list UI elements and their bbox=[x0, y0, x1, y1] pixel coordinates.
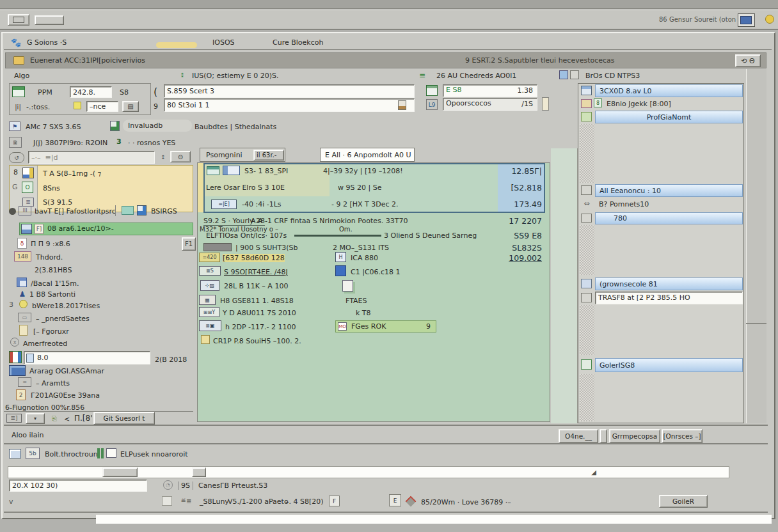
taskbar-start-button[interactable] bbox=[8, 14, 29, 26]
panel-item-4[interactable]: All Eeanoncu : 10 bbox=[595, 184, 743, 197]
security-field-1[interactable]: S.859 Scert 3 bbox=[164, 84, 415, 98]
panel-item5-icon: ⇔ bbox=[580, 198, 594, 208]
grid-button[interactable]: ▤ bbox=[122, 101, 139, 112]
nine-glyph: 9 bbox=[154, 102, 158, 111]
tree-item-11[interactable]: Ararag OGI.ASGAmar bbox=[29, 367, 104, 375]
tree-item-6[interactable]: 1 B8 Sartonti bbox=[29, 290, 75, 299]
es8-field[interactable]: E S8 1.38 bbox=[443, 84, 537, 97]
menu-item-cure[interactable]: Cure Bloekcoh bbox=[273, 38, 323, 47]
right-gutter-divider bbox=[746, 323, 766, 324]
panel-scroll-strip-4[interactable] bbox=[580, 374, 594, 421]
row13-highlight[interactable]: MO FGes ROK 9 bbox=[335, 320, 436, 332]
row8-c1[interactable]: [637 58d60D 128 bbox=[223, 254, 285, 262]
row9-c1[interactable]: S 9SO[RT4ЕЕ. /48J bbox=[224, 268, 288, 276]
table-green-icon[interactable] bbox=[12, 86, 25, 97]
h-scrollbar-notch[interactable] bbox=[192, 467, 206, 477]
tray-window-icon[interactable] bbox=[738, 13, 755, 27]
summary-line-3[interactable]: S(3 91.5 bbox=[43, 198, 72, 207]
panel-item-9[interactable]: GolerISG8 bbox=[595, 358, 743, 372]
list-icon[interactable]: ≡ bbox=[416, 70, 429, 81]
summary-box: 8 G O ≣ T A S(8–1rng -( ⁊ 8Sns S(3 91.5 bbox=[9, 165, 193, 212]
document-bar-buttons[interactable]: ⟲ Θ bbox=[735, 54, 761, 67]
sidebar-search-input[interactable] bbox=[28, 151, 155, 164]
row14-c1[interactable]: CR1P P.8 SouiH5 –100. 2. bbox=[213, 337, 301, 345]
sheet-icon[interactable] bbox=[426, 85, 438, 96]
panel-item-8-label: TRASF8 at [2 P2 385.5 HO bbox=[598, 293, 690, 302]
row8-icon: =420 bbox=[199, 253, 220, 262]
opo-field[interactable]: Opoorscocos /1S bbox=[443, 98, 537, 111]
git-suesorl-button[interactable]: Git Suesorl t bbox=[93, 412, 155, 425]
panel-item-6-label: 780 bbox=[614, 214, 627, 223]
spacer-button[interactable] bbox=[599, 429, 607, 443]
status2-a: _S8Luny bbox=[200, 497, 229, 506]
delta-icon: δ bbox=[17, 238, 27, 249]
tree-item-7[interactable]: bWere18.2017tises bbox=[32, 302, 100, 310]
tab-psomgnini[interactable]: Psomgnini bbox=[206, 151, 242, 159]
one-button[interactable]: O4ne.__ bbox=[559, 429, 598, 443]
tree-item-12[interactable]: – Aramtts bbox=[36, 379, 70, 387]
date-input[interactable] bbox=[24, 351, 150, 364]
summary-line-2[interactable]: 8Sns bbox=[43, 184, 60, 192]
h-scrollbar-arrow-icon[interactable]: ◢ bbox=[587, 467, 600, 478]
row3-c1[interactable]: -40 :4i -1Ls bbox=[242, 200, 282, 208]
h-scrollbar-thumb[interactable] bbox=[102, 467, 138, 477]
row2-c1[interactable]: Lere Osar Elro S 3 10E bbox=[206, 184, 285, 192]
row6-c1[interactable]: ELFTIOsa Ont/Ics· 107s bbox=[206, 231, 287, 240]
tree-item-13[interactable]: Г201AG0Ese 39ana bbox=[31, 391, 100, 400]
tray-notification-icon[interactable] bbox=[765, 15, 774, 24]
row10-c1[interactable]: 28L B 11K – A 100 bbox=[224, 282, 288, 290]
lg-icon[interactable]: Ⅼ9 bbox=[426, 99, 438, 110]
tree-item-10[interactable]: Amerfreoted bbox=[23, 340, 67, 348]
panel-item-2[interactable]: E8nio Jgekk [8:00] bbox=[607, 100, 671, 108]
panel-item-3[interactable]: ProfGiaNomt bbox=[595, 111, 743, 123]
teal-swatch bbox=[122, 206, 134, 215]
elpusek-checkbox[interactable] bbox=[106, 448, 116, 458]
ppm-input[interactable] bbox=[70, 86, 112, 98]
list-end-icon[interactable]: ≣] bbox=[6, 414, 22, 423]
taskbar-task-button[interactable] bbox=[35, 15, 64, 25]
row1-c1[interactable]: S3- 1 83_SPI bbox=[244, 167, 288, 175]
tree-item-5[interactable]: /Bacal 1'15m. bbox=[31, 279, 79, 288]
row8-c3: 109.002 bbox=[475, 253, 542, 263]
panel-scroll-strip-2[interactable] bbox=[580, 225, 594, 275]
panel-item-7[interactable]: (grownsecole 81 bbox=[595, 278, 743, 290]
summary-line-1[interactable]: T A S(8–1rng -( ⁊ bbox=[43, 169, 101, 178]
box-rows-icon: ≡ bbox=[18, 377, 31, 387]
nce-input[interactable] bbox=[86, 101, 118, 112]
tree-item-2[interactable]: Π Π 9 :x8.6 bbox=[31, 240, 70, 248]
chart-icon[interactable]: |i| bbox=[12, 102, 24, 112]
tree-item-8[interactable]: – _pnerdSaetes bbox=[36, 315, 90, 323]
eject-button[interactable]: ⊖ bbox=[170, 151, 191, 162]
panel-item-8[interactable]: TRASF8 at [2 P2 385.5 HO bbox=[595, 292, 743, 304]
dropdown-button[interactable]: ▾ bbox=[26, 413, 45, 424]
panel-item-5[interactable]: B? Pomnets10 bbox=[599, 200, 649, 208]
tab-il63r-label[interactable]: il 63r.- bbox=[257, 152, 276, 159]
security-field-2[interactable]: 80 St3oi 1 1 bbox=[164, 98, 415, 112]
tree-item-4[interactable]: 2(3.81HBS bbox=[35, 266, 72, 274]
panel-scroll-strip-3[interactable] bbox=[580, 305, 594, 355]
goiler-button[interactable]: GoileR bbox=[659, 495, 708, 508]
f1-badge[interactable]: F1 bbox=[182, 237, 196, 251]
onrsces-button[interactable]: [Onrsces –] bbox=[662, 429, 703, 443]
sort-icon[interactable]: ↕ bbox=[160, 152, 166, 163]
row11-c1[interactable]: H8 GSE811 1. 48S18 bbox=[220, 297, 294, 305]
tree-item-3[interactable]: Thdord. bbox=[36, 253, 63, 262]
grrmpecopsa-button[interactable]: Grrmpecopsa bbox=[609, 429, 660, 443]
app-icon: 🐾 bbox=[9, 37, 23, 47]
row12-c1[interactable]: Y D A8U011 7S 2010 bbox=[223, 309, 296, 317]
footer-field[interactable]: 20.X 102 30) bbox=[9, 480, 147, 492]
row13-c1[interactable]: h 2DP -117.- 2 1100 bbox=[225, 323, 296, 331]
clock-icon: ◔ bbox=[163, 480, 173, 490]
usb-icon[interactable]: ⎘ bbox=[49, 414, 60, 423]
menu-item-iosos[interactable]: IOSOS bbox=[212, 38, 235, 47]
panel-scroll-strip-1[interactable] bbox=[580, 124, 594, 183]
row9-blue-icon bbox=[335, 265, 346, 276]
refresh-icon[interactable]: ↺ bbox=[9, 152, 24, 163]
menu-item-soions[interactable]: G Soions ·S bbox=[27, 38, 67, 47]
row7-c1[interactable]: | 900 S SUHT3(Sb bbox=[235, 244, 298, 252]
panel-item3-icon bbox=[581, 112, 592, 121]
tree-item-9[interactable]: [– Fgoruxr bbox=[33, 327, 69, 336]
tab-all-anpomdolt-label[interactable]: E All · 6 Anpomdolt A0 U bbox=[325, 151, 411, 159]
panel-item-6[interactable]: 780 bbox=[595, 212, 743, 224]
panel-item-1[interactable]: 3CX0D 8.av L0 bbox=[595, 84, 743, 97]
